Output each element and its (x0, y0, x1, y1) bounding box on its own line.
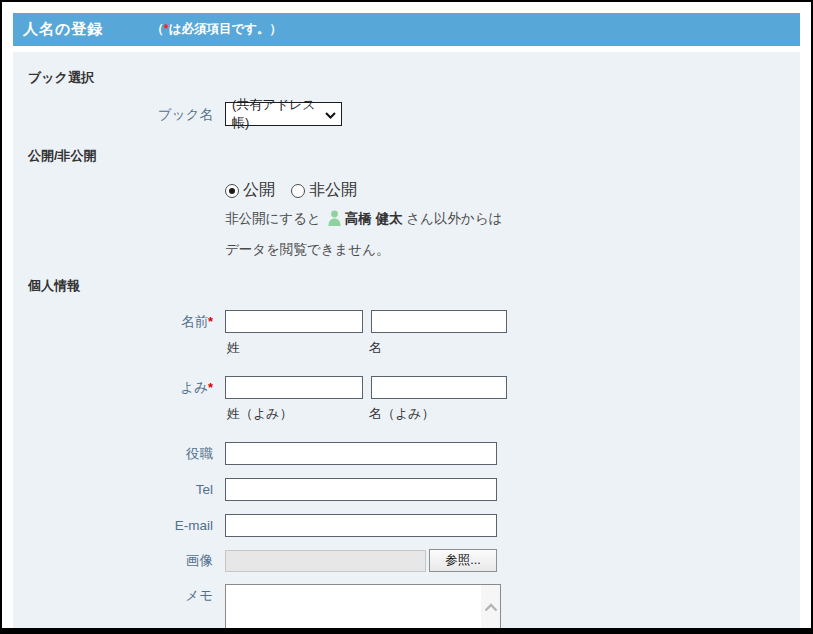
yomi-row: よみ* 姓（よみ） 名（よみ） (13, 376, 800, 423)
radio-option-private[interactable]: 非公開 (291, 180, 357, 201)
person-icon (327, 208, 342, 236)
yomi-fields: 姓（よみ） 名（よみ） (225, 376, 507, 423)
chevron-up-icon[interactable] (484, 598, 498, 616)
book-select-value: (共有アドレス帳) (232, 96, 325, 132)
last-name-input[interactable] (225, 310, 363, 333)
radio-public[interactable] (225, 184, 239, 198)
yomi-required-mark: * (208, 380, 213, 395)
name-label: 名前* (13, 310, 213, 333)
image-row: 画像 参照... (13, 549, 800, 572)
memo-scrollbar[interactable] (481, 585, 500, 628)
section-heading-book-select: ブック選択 (13, 69, 800, 87)
section-heading-personal: 個人情報 (13, 277, 800, 295)
first-name-yomi-input[interactable] (371, 376, 507, 399)
radio-option-public[interactable]: 公開 (225, 180, 275, 201)
visibility-control: 公開 非公開 非公開にすると高橋 健太 さん以外からは データを閲覧できません。 (225, 180, 502, 264)
visibility-row: 公開 非公開 非公開にすると高橋 健太 さん以外からは データを閲覧できません。 (13, 180, 800, 264)
first-name-input[interactable] (371, 310, 507, 333)
memo-row: メモ (13, 584, 800, 628)
job-title-row: 役職 (13, 442, 800, 465)
memo-textarea-box (225, 584, 501, 628)
last-name-yomi-sub-label: 姓（よみ） (225, 405, 367, 423)
first-name-yomi-sub-label: 名（よみ） (367, 405, 435, 423)
tel-input[interactable] (225, 478, 497, 501)
radio-private[interactable] (291, 184, 305, 198)
form-content: ブック選択 ブック名 (共有アドレス帳) 公開/非公開 公開 (13, 52, 800, 628)
tel-row: Tel (13, 478, 800, 501)
radio-public-label: 公開 (243, 180, 275, 201)
last-name-yomi-input[interactable] (225, 376, 363, 399)
tel-label: Tel (13, 478, 213, 501)
memo-textarea[interactable] (226, 585, 481, 628)
memo-label: メモ (13, 584, 213, 607)
job-title-input[interactable] (225, 442, 497, 465)
book-name-label: ブック名 (13, 103, 213, 126)
yomi-sub-labels: 姓（よみ） 名（よみ） (225, 405, 507, 423)
yomi-label: よみ* (13, 376, 213, 399)
job-title-label: 役職 (13, 442, 213, 465)
registration-window: 人名の登録 （*は必須項目です。） ブック選択 ブック名 (共有アドレス帳) 公… (0, 0, 813, 634)
image-file-path-field[interactable] (225, 550, 426, 572)
image-label: 画像 (13, 549, 213, 572)
user-name: 高橋 健太 (345, 211, 403, 226)
first-name-sub-label: 名 (367, 339, 382, 357)
name-sub-labels: 姓 名 (225, 339, 507, 357)
browse-button[interactable]: 参照... (429, 549, 497, 572)
name-row: 名前* 姓 名 (13, 310, 800, 357)
visibility-radio-group: 公開 非公開 (225, 180, 502, 201)
name-required-mark: * (208, 314, 213, 329)
page-title-bar: 人名の登録 （*は必須項目です。） (13, 13, 800, 46)
section-heading-visibility: 公開/非公開 (13, 147, 800, 165)
book-select[interactable]: (共有アドレス帳) (225, 102, 342, 126)
required-fields-note: （*は必須項目です。） (151, 21, 282, 38)
image-file-input: 参照... (225, 549, 497, 572)
radio-private-label: 非公開 (309, 180, 357, 201)
visibility-note: 非公開にすると高橋 健太 さん以外からは データを閲覧できません。 (225, 205, 502, 264)
last-name-sub-label: 姓 (225, 339, 367, 357)
email-row: E-mail (13, 514, 800, 537)
chevron-down-icon (325, 107, 336, 122)
book-name-row: ブック名 (共有アドレス帳) (13, 102, 800, 126)
page-title: 人名の登録 (23, 20, 103, 39)
name-fields: 姓 名 (225, 310, 507, 357)
email-input[interactable] (225, 514, 497, 537)
email-label: E-mail (13, 514, 213, 537)
